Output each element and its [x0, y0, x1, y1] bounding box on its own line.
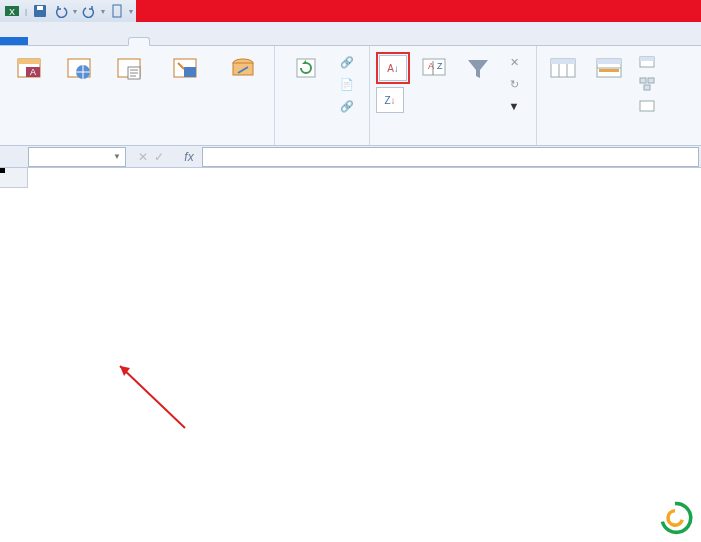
- tab-fanggezi[interactable]: [230, 38, 250, 45]
- dropdown-icon[interactable]: ▾: [100, 7, 106, 16]
- validation-icon: [639, 54, 655, 70]
- group-label: [275, 143, 369, 145]
- remove-duplicates-button[interactable]: [587, 50, 631, 145]
- web-icon: [63, 52, 95, 84]
- fx-icon[interactable]: fx: [176, 150, 202, 164]
- svg-rect-30: [644, 85, 650, 90]
- data-validation-button[interactable]: [635, 52, 659, 72]
- group-label: [0, 143, 274, 145]
- tab-home[interactable]: [28, 38, 48, 45]
- svg-rect-25: [599, 69, 619, 72]
- svg-rect-14: [184, 67, 196, 77]
- reapply-icon: ↻: [506, 76, 522, 92]
- fill-handle[interactable]: [0, 168, 5, 173]
- filter-icon: [462, 52, 494, 84]
- consolidate-icon: [639, 76, 655, 92]
- filter-button[interactable]: [458, 50, 498, 143]
- svg-line-32: [120, 366, 185, 428]
- svg-rect-24: [597, 59, 621, 64]
- qat-customize-icon[interactable]: ▾: [128, 7, 134, 16]
- formula-bar-row: ▼ ✕ ✓ fx: [0, 146, 701, 168]
- tab-developer[interactable]: [190, 38, 210, 45]
- group-sort-filter: A↓ Z↓ AZ ✕ ↻ ▼: [370, 46, 537, 145]
- group-external-data: A: [0, 46, 275, 145]
- sort-button[interactable]: AZ: [414, 50, 454, 143]
- worksheet-grid[interactable]: [0, 168, 701, 540]
- dropdown-icon[interactable]: ▼: [113, 152, 121, 161]
- consolidate-button[interactable]: [635, 74, 659, 94]
- group-connections: 🔗 📄 🔗: [275, 46, 370, 145]
- from-web-button[interactable]: [56, 50, 102, 143]
- clear-icon: ✕: [506, 54, 522, 70]
- cancel-icon: ✕: [138, 150, 148, 164]
- reapply-button: ↻: [502, 74, 530, 94]
- tab-formulas[interactable]: [108, 38, 128, 45]
- svg-rect-29: [648, 78, 654, 83]
- svg-text:A: A: [30, 67, 36, 77]
- title-bar: X | ▾ ▾ ▾: [0, 0, 701, 22]
- other-source-icon: [169, 52, 201, 84]
- tab-file[interactable]: [0, 37, 28, 45]
- connections-button[interactable]: 🔗: [335, 52, 363, 72]
- svg-rect-4: [113, 5, 121, 17]
- separator: |: [23, 7, 29, 16]
- group-data-tools: [537, 46, 665, 145]
- refresh-all-button[interactable]: [281, 50, 331, 143]
- title-bar-highlight: [136, 0, 701, 22]
- text-to-columns-button[interactable]: [543, 50, 583, 145]
- refresh-icon: [290, 52, 322, 84]
- tab-page-layout[interactable]: [88, 38, 108, 45]
- svg-rect-6: [18, 59, 40, 64]
- enter-icon: ✓: [154, 150, 164, 164]
- ribbon-tabs: [0, 22, 701, 46]
- sort-icon: AZ: [418, 52, 450, 84]
- name-box[interactable]: ▼: [28, 147, 126, 167]
- formula-bar[interactable]: [202, 147, 699, 167]
- from-text-button[interactable]: [106, 50, 152, 143]
- clear-filter-button: ✕: [502, 52, 530, 72]
- dedup-icon: [593, 52, 625, 84]
- text-icon: [113, 52, 145, 84]
- save-icon[interactable]: [30, 1, 50, 21]
- watermark-logo-icon: [657, 500, 693, 536]
- from-access-button[interactable]: A: [6, 50, 52, 143]
- edit-links-button: 🔗: [335, 96, 363, 116]
- tab-data[interactable]: [128, 37, 150, 46]
- sort-asc-icon: A: [387, 63, 394, 74]
- svg-rect-22: [551, 59, 575, 64]
- svg-rect-27: [640, 57, 654, 61]
- sort-asc-highlight: A↓: [376, 52, 410, 84]
- sort-asc-button[interactable]: A↓: [379, 55, 407, 81]
- redo-icon[interactable]: [79, 1, 99, 21]
- properties-button: 📄: [335, 74, 363, 94]
- excel-icon: X: [2, 1, 22, 21]
- tab-foxit-pdf[interactable]: [210, 38, 230, 45]
- access-icon: A: [13, 52, 45, 84]
- tab-template[interactable]: [48, 38, 68, 45]
- undo-icon[interactable]: [51, 1, 71, 21]
- svg-marker-33: [120, 366, 130, 376]
- svg-rect-31: [640, 101, 654, 111]
- group-label: [370, 143, 536, 145]
- from-other-button[interactable]: [156, 50, 214, 143]
- connections-icon: 🔗: [339, 54, 355, 70]
- touch-mode-icon[interactable]: [107, 1, 127, 21]
- svg-rect-28: [640, 78, 646, 83]
- ribbon: A: [0, 46, 701, 146]
- tab-view[interactable]: [170, 38, 190, 45]
- edit-links-icon: 🔗: [339, 98, 355, 114]
- whatif-icon: [639, 98, 655, 114]
- tab-insert[interactable]: [68, 38, 88, 45]
- advanced-filter-button[interactable]: ▼: [502, 96, 530, 116]
- existing-conn-icon: [227, 52, 259, 84]
- existing-connections-button[interactable]: [218, 50, 268, 143]
- whatif-button[interactable]: [635, 96, 659, 116]
- tab-review[interactable]: [150, 38, 170, 45]
- sort-desc-button[interactable]: Z↓: [376, 87, 404, 113]
- quick-access-toolbar: X | ▾ ▾ ▾: [0, 1, 134, 21]
- dropdown-icon[interactable]: ▾: [72, 7, 78, 16]
- advanced-icon: ▼: [506, 98, 522, 114]
- svg-text:Z: Z: [437, 61, 443, 71]
- svg-text:X: X: [9, 7, 15, 17]
- annotation-arrow: [110, 358, 200, 438]
